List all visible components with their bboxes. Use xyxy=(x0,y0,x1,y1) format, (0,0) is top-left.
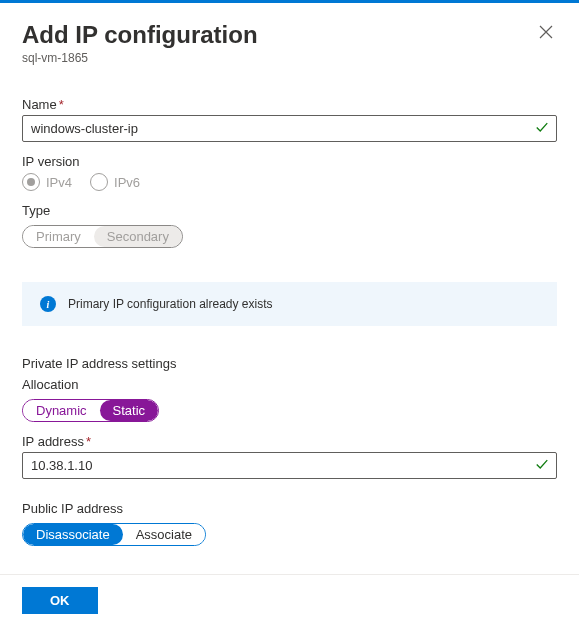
panel-header: Add IP configuration sql-vm-1865 xyxy=(22,21,557,65)
ip-address-input[interactable] xyxy=(22,452,557,479)
ip-address-label: IP address* xyxy=(22,434,557,449)
footer: OK xyxy=(0,574,579,626)
ipv6-radio: IPv6 xyxy=(90,173,140,191)
info-message: Primary IP configuration already exists xyxy=(68,297,273,311)
public-ip-associate-option[interactable]: Associate xyxy=(123,524,205,545)
type-label: Type xyxy=(22,203,557,218)
close-icon[interactable] xyxy=(535,21,557,46)
ok-button[interactable]: OK xyxy=(22,587,98,614)
page-subtitle: sql-vm-1865 xyxy=(22,51,258,65)
public-ip-label: Public IP address xyxy=(22,501,557,516)
type-toggle: Primary Secondary xyxy=(22,225,183,248)
private-ip-section-heading: Private IP address settings xyxy=(22,356,557,371)
type-secondary-option: Secondary xyxy=(94,226,182,247)
name-input[interactable] xyxy=(22,115,557,142)
ipv4-radio: IPv4 xyxy=(22,173,72,191)
page-title: Add IP configuration xyxy=(22,21,258,49)
allocation-static-option[interactable]: Static xyxy=(100,400,159,421)
public-ip-disassociate-option[interactable]: Disassociate xyxy=(23,524,123,545)
info-icon: i xyxy=(40,296,56,312)
ip-version-label: IP version xyxy=(22,154,557,169)
allocation-toggle[interactable]: Dynamic Static xyxy=(22,399,159,422)
valid-checkmark-icon xyxy=(535,457,549,474)
name-label: Name* xyxy=(22,97,557,112)
type-primary-option: Primary xyxy=(23,226,94,247)
valid-checkmark-icon xyxy=(535,120,549,137)
allocation-label: Allocation xyxy=(22,377,557,392)
public-ip-toggle[interactable]: Disassociate Associate xyxy=(22,523,206,546)
info-banner: i Primary IP configuration already exist… xyxy=(22,282,557,326)
allocation-dynamic-option[interactable]: Dynamic xyxy=(23,400,100,421)
